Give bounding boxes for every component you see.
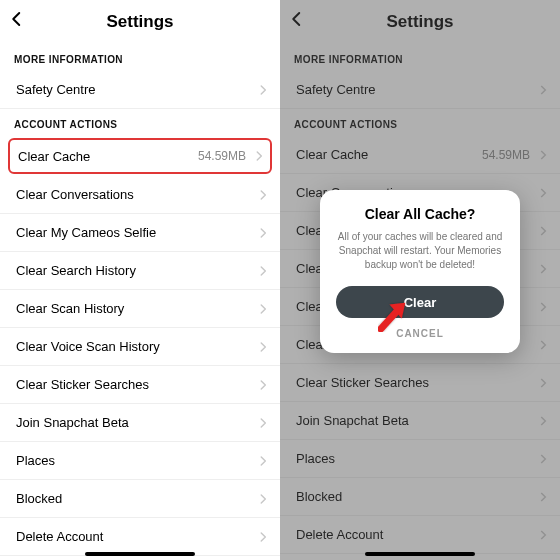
row-value: 54.59MB [198, 149, 246, 163]
row-clear-search-history[interactable]: Clear Search History [0, 252, 280, 290]
row-label: Clear Conversations [16, 187, 256, 202]
section-more-info: MORE INFORMATION [0, 44, 280, 71]
home-indicator [85, 552, 195, 556]
back-button[interactable] [8, 10, 26, 32]
row-clear-conversations[interactable]: Clear Conversations [0, 176, 280, 214]
row-label: Clear My Cameos Selfie [16, 225, 256, 240]
section-account-actions: ACCOUNT ACTIONS [0, 109, 280, 136]
chevron-right-icon [256, 188, 270, 202]
chevron-right-icon [256, 302, 270, 316]
row-label: Delete Account [16, 529, 256, 544]
page-title: Settings [106, 12, 173, 32]
clear-button[interactable]: Clear [336, 286, 504, 318]
row-label: Safety Centre [16, 82, 256, 97]
row-label: Clear Cache [18, 149, 198, 164]
row-join-snapchat-beta[interactable]: Join Snapchat Beta [0, 404, 280, 442]
chevron-right-icon [252, 149, 266, 163]
row-label: Places [16, 453, 256, 468]
chevron-right-icon [256, 378, 270, 392]
header: Settings [0, 0, 280, 44]
row-label: Blocked [16, 491, 256, 506]
chevron-right-icon [256, 226, 270, 240]
clear-cache-dialog: Clear All Cache? All of your caches will… [320, 190, 520, 353]
dialog-body: All of your caches will be cleared and S… [336, 230, 504, 272]
row-label: Clear Search History [16, 263, 256, 278]
cancel-button[interactable]: CANCEL [336, 328, 504, 339]
row-clear-voice-scan-history[interactable]: Clear Voice Scan History [0, 328, 280, 366]
row-label: Clear Voice Scan History [16, 339, 256, 354]
row-label: Clear Scan History [16, 301, 256, 316]
row-clear-cache[interactable]: Clear Cache 54.59MB [8, 138, 272, 174]
chevron-right-icon [256, 454, 270, 468]
row-places[interactable]: Places [0, 442, 280, 480]
row-clear-scan-history[interactable]: Clear Scan History [0, 290, 280, 328]
dialog-title: Clear All Cache? [336, 206, 504, 222]
row-label: Clear Sticker Searches [16, 377, 256, 392]
chevron-right-icon [256, 492, 270, 506]
row-safety-centre[interactable]: Safety Centre [0, 71, 280, 109]
row-label: Join Snapchat Beta [16, 415, 256, 430]
chevron-right-icon [256, 530, 270, 544]
home-indicator [365, 552, 475, 556]
row-clear-sticker-searches[interactable]: Clear Sticker Searches [0, 366, 280, 404]
settings-screen-before: Settings MORE INFORMATION Safety Centre … [0, 0, 280, 560]
settings-screen-dialog: Settings MORE INFORMATION Safety Centre … [280, 0, 560, 560]
chevron-right-icon [256, 340, 270, 354]
row-clear-cameos-selfie[interactable]: Clear My Cameos Selfie [0, 214, 280, 252]
row-delete-account[interactable]: Delete Account [0, 518, 280, 556]
chevron-right-icon [256, 264, 270, 278]
row-my-data[interactable]: My Data [0, 556, 280, 560]
row-blocked[interactable]: Blocked [0, 480, 280, 518]
chevron-right-icon [256, 83, 270, 97]
chevron-right-icon [256, 416, 270, 430]
